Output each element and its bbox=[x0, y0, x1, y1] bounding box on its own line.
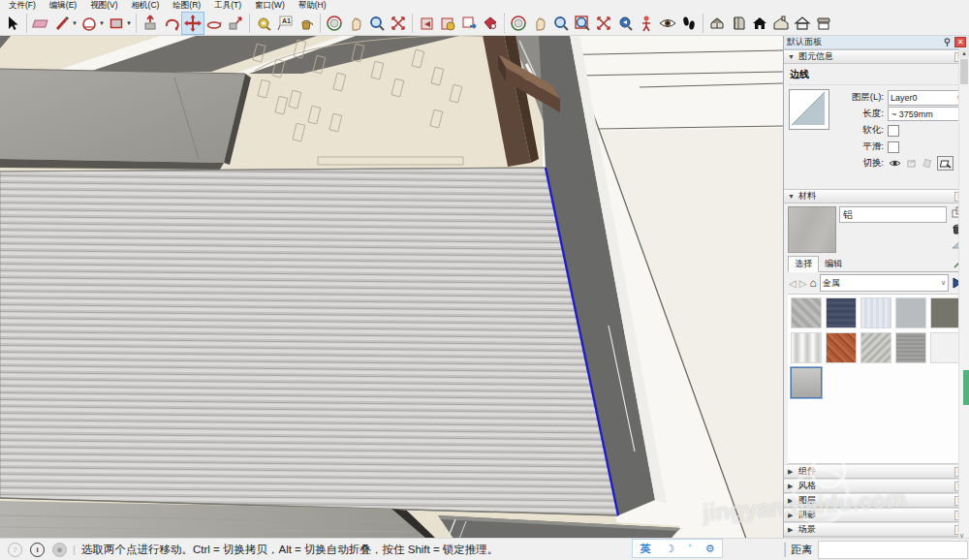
collapse-arrow-icon[interactable]: ▼ bbox=[788, 193, 796, 200]
menu-help[interactable]: 帮助(H) bbox=[292, 0, 333, 12]
zoom-tool-icon[interactable] bbox=[550, 13, 572, 34]
viewport-3d[interactable] bbox=[0, 35, 783, 539]
menu-draw[interactable]: 绘图(R) bbox=[166, 0, 207, 12]
home-icon[interactable]: ⌂ bbox=[809, 276, 816, 290]
orbit-tool-icon[interactable] bbox=[508, 13, 529, 34]
paint-bucket-tool-icon[interactable] bbox=[296, 13, 317, 34]
material-swatch[interactable] bbox=[930, 297, 961, 328]
tray-header[interactable]: 默认面板 ✕ bbox=[784, 35, 969, 49]
back-view-icon[interactable] bbox=[792, 13, 813, 34]
pin-icon[interactable] bbox=[942, 37, 953, 47]
zoom-extents-tool-icon[interactable] bbox=[593, 13, 614, 34]
section-shadows[interactable]: ▶ 阴影 ✕ bbox=[784, 508, 969, 522]
section-layers[interactable]: ▶ 图层 ✕ bbox=[784, 493, 969, 508]
section-components[interactable]: ▶ 组件 ✕ bbox=[784, 464, 969, 479]
credits-icon[interactable]: i bbox=[30, 543, 45, 557]
material-swatch[interactable] bbox=[895, 297, 926, 328]
rectangle-tool-icon[interactable] bbox=[106, 13, 127, 34]
orbit-tool-icon[interactable] bbox=[324, 13, 345, 34]
geolocation-icon[interactable]: ? bbox=[8, 543, 22, 557]
menu-file[interactable]: 文件(F) bbox=[2, 0, 43, 12]
scroll-up-icon[interactable]: ▲ bbox=[959, 48, 969, 58]
follow-me-tool-icon[interactable] bbox=[161, 13, 182, 34]
eraser-tool-icon[interactable] bbox=[30, 13, 51, 34]
collapse-arrow-icon[interactable]: ▶ bbox=[788, 497, 796, 505]
menu-edit[interactable]: 编辑(E) bbox=[43, 0, 83, 12]
ime-mark-icon[interactable]: ’ bbox=[689, 544, 691, 554]
left-view-icon[interactable] bbox=[813, 13, 834, 34]
length-value-field[interactable]: ~ 3759mm bbox=[888, 107, 964, 121]
material-swatch[interactable] bbox=[860, 332, 891, 363]
material-swatch[interactable] bbox=[826, 297, 857, 328]
select-tool-icon[interactable] bbox=[2, 13, 23, 34]
menu-view[interactable]: 视图(V) bbox=[83, 0, 124, 12]
section-scenes[interactable]: ▶ 场景 ✕ bbox=[784, 522, 969, 537]
material-swatch[interactable] bbox=[791, 297, 822, 328]
smooth-checkbox[interactable] bbox=[888, 141, 899, 153]
collapse-arrow-icon[interactable]: ▶ bbox=[788, 468, 796, 476]
ime-moon-icon[interactable]: ☽ bbox=[665, 544, 674, 554]
tab-select[interactable]: 选择 bbox=[788, 256, 819, 272]
collection-dropdown[interactable]: 金属 ∨ bbox=[820, 274, 949, 292]
zoom-extents-tool-icon[interactable] bbox=[388, 13, 409, 34]
pan-tool-icon[interactable] bbox=[345, 13, 366, 34]
tape-measure-tool-icon[interactable] bbox=[253, 13, 274, 34]
material-swatch[interactable] bbox=[895, 332, 926, 363]
material-swatch[interactable] bbox=[930, 332, 961, 363]
text-tool-icon[interactable]: A1 bbox=[274, 13, 296, 34]
receive-shadow-toggle-icon[interactable] bbox=[937, 156, 953, 171]
ime-settings-gear-icon[interactable]: ⚙ bbox=[705, 544, 715, 554]
push-pull-tool-icon[interactable] bbox=[140, 13, 161, 34]
arc-tool-icon[interactable] bbox=[78, 13, 100, 34]
rotate-tool-icon[interactable] bbox=[203, 13, 225, 34]
back-arrow-icon[interactable]: ◁ bbox=[789, 278, 797, 289]
tab-edit[interactable]: 编辑 bbox=[819, 257, 848, 271]
iso-view-icon[interactable] bbox=[706, 13, 728, 34]
collapse-arrow-icon[interactable]: ▼ bbox=[788, 53, 796, 60]
material-swatch-selected[interactable] bbox=[791, 367, 822, 398]
visibility-toggle-icon[interactable] bbox=[888, 157, 902, 170]
pan-tool-icon[interactable] bbox=[529, 13, 550, 34]
zoom-tool-icon[interactable] bbox=[366, 13, 388, 34]
right-view-icon[interactable] bbox=[770, 13, 792, 34]
layer-dropdown[interactable]: Layer0 ∨ bbox=[888, 90, 964, 106]
material-swatch[interactable] bbox=[826, 332, 857, 363]
walk-tool-icon[interactable] bbox=[678, 13, 700, 34]
panel-overflow-chevron-icon[interactable]: ∨ bbox=[959, 532, 964, 540]
match-photo-icon[interactable] bbox=[458, 13, 480, 34]
scrollbar-thumb[interactable] bbox=[960, 59, 968, 84]
lock-toggle-icon[interactable] bbox=[904, 157, 919, 170]
collapse-arrow-icon[interactable]: ▶ bbox=[788, 526, 796, 534]
menu-window[interactable]: 窗口(W) bbox=[248, 0, 292, 12]
zoom-window-tool-icon[interactable] bbox=[572, 13, 593, 34]
top-view-icon[interactable] bbox=[728, 13, 749, 34]
collapse-arrow-icon[interactable]: ▶ bbox=[788, 482, 796, 490]
material-name-field[interactable]: 铝 bbox=[839, 206, 947, 223]
menu-tools[interactable]: 工具(T) bbox=[207, 0, 248, 12]
move-tool-icon[interactable] bbox=[182, 13, 203, 34]
ime-lang-indicator[interactable]: 英 bbox=[640, 542, 650, 556]
ime-toolbar[interactable]: 英 ☽ ’ ⚙ bbox=[632, 539, 723, 558]
scale-tool-icon[interactable] bbox=[225, 13, 246, 34]
front-view-icon[interactable] bbox=[749, 13, 770, 34]
tray-close-icon[interactable]: ✕ bbox=[954, 37, 966, 47]
collapse-arrow-icon[interactable]: ▶ bbox=[788, 512, 796, 519]
position-camera-icon[interactable] bbox=[636, 13, 657, 34]
section-styles[interactable]: ▶ 风格 ✕ bbox=[784, 479, 969, 493]
sign-in-icon[interactable]: ☻ bbox=[52, 543, 67, 557]
look-around-icon[interactable] bbox=[657, 13, 678, 34]
corrugated-roof-panel[interactable] bbox=[0, 168, 618, 515]
style-tool-icon[interactable] bbox=[480, 13, 501, 34]
soften-checkbox[interactable] bbox=[888, 125, 899, 137]
menu-camera[interactable]: 相机(C) bbox=[125, 0, 167, 12]
measurement-input[interactable] bbox=[818, 541, 968, 559]
panel-scrollbar[interactable]: ▲ bbox=[958, 48, 969, 539]
previous-view-icon[interactable] bbox=[416, 13, 437, 34]
previous-zoom-icon[interactable] bbox=[614, 13, 636, 34]
line-tool-icon[interactable] bbox=[51, 13, 73, 34]
entity-info-header[interactable]: ▼ 图元信息 ✕ bbox=[784, 49, 969, 64]
forward-arrow-icon[interactable]: ▷ bbox=[799, 278, 807, 289]
material-swatch[interactable] bbox=[791, 332, 822, 363]
next-view-icon[interactable] bbox=[437, 13, 458, 34]
material-swatch[interactable] bbox=[860, 297, 891, 328]
